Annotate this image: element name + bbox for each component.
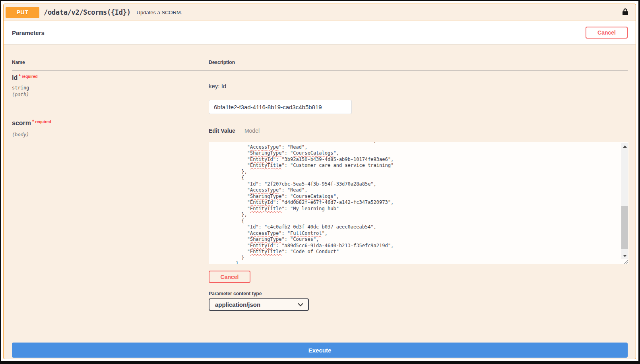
scorm-param-name: scorm (12, 120, 31, 126)
required-star: * (32, 119, 34, 124)
id-param-description: key: Id (209, 83, 628, 89)
execute-wrapper: Execute (12, 343, 628, 358)
parameters-table: Name Description Id* required string (pa… (4, 44, 636, 311)
put-operation-block: PUT /odata/v2/Scorms({Id}) Updates a SCO… (3, 4, 636, 359)
content-type-select[interactable]: application/json (209, 298, 309, 311)
scorm-param-name-cell: scorm* required (body) (12, 120, 209, 311)
tab-divider (240, 128, 240, 134)
editor-scrollbar-track[interactable] (621, 143, 628, 259)
lock-icon (622, 8, 628, 17)
parameter-row-id: Id* required string (path) key: Id (12, 71, 628, 114)
endpoint-summary: Updates a SCORM. (137, 10, 182, 15)
parameters-table-headers: Name Description (12, 44, 628, 71)
required-label: required (22, 74, 38, 79)
id-param-type: string (12, 85, 209, 91)
resize-handle[interactable] (623, 259, 628, 264)
parameters-title: Parameters (12, 29, 45, 36)
scrollbar-thumb[interactable] (621, 206, 628, 249)
chevron-down-icon (298, 303, 303, 306)
arrow-up-icon (623, 145, 627, 148)
scrollbar-down-button[interactable] (621, 252, 628, 259)
authorization-lock-button[interactable] (622, 8, 628, 17)
cancel-operation-button[interactable]: Cancel (586, 27, 628, 39)
tab-model[interactable]: Model (244, 128, 260, 134)
body-editor-text[interactable]: "Id": "721a2368-08cb-41e9-baad-fc40d1a8d… (209, 142, 621, 264)
id-param-location: (path) (12, 92, 209, 97)
content-type-value: application/json (215, 301, 260, 308)
parameter-row-scorm: scorm* required (body) Edit Value Model … (12, 120, 628, 311)
scorm-param-description-cell: Edit Value Model "Id": "721a2368-08cb-41… (209, 120, 628, 311)
required-label: required (35, 120, 51, 124)
content-type-label: Parameter content type (209, 291, 628, 296)
scrollbar-up-button[interactable] (621, 143, 628, 150)
parameters-section-header: Parameters Cancel (4, 21, 636, 44)
id-param-description-cell: key: Id (209, 74, 628, 114)
http-method-badge: PUT (6, 7, 39, 18)
operation-summary[interactable]: PUT /odata/v2/Scorms({Id}) Updates a SCO… (4, 4, 636, 21)
arrow-down-icon (623, 255, 627, 257)
tab-edit-value[interactable]: Edit Value (209, 128, 235, 134)
scorm-param-location: (body) (12, 132, 209, 137)
swagger-operation-screen: PUT /odata/v2/Scorms({Id}) Updates a SCO… (0, 0, 640, 364)
id-value-input[interactable] (209, 100, 352, 114)
id-param-name: Id (12, 74, 17, 81)
required-star: * (19, 74, 21, 79)
body-editor[interactable]: "Id": "721a2368-08cb-41e9-baad-fc40d1a8d… (209, 142, 628, 264)
body-editor-tabs: Edit Value Model (209, 128, 628, 134)
execute-button[interactable]: Execute (12, 343, 628, 358)
description-column-header: Description (209, 60, 628, 65)
cancel-edit-button[interactable]: Cancel (209, 271, 250, 283)
endpoint-path: /odata/v2/Scorms({Id}) (44, 8, 131, 16)
name-column-header: Name (12, 60, 209, 65)
id-param-name-cell: Id* required string (path) (12, 74, 209, 114)
